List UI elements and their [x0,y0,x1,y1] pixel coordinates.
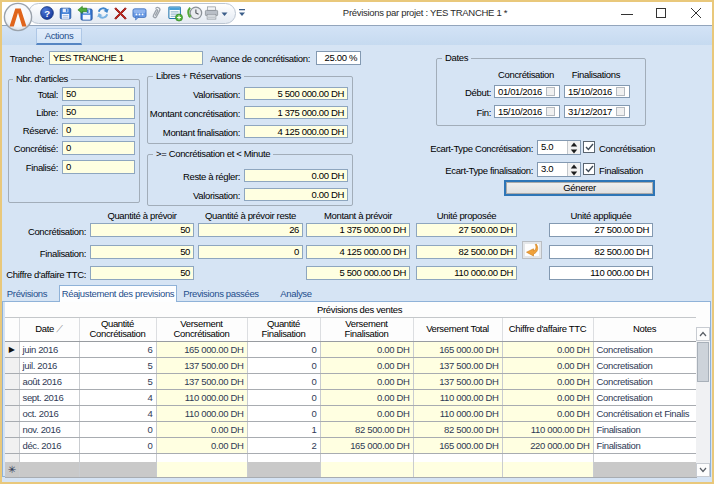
svg-text:?: ? [44,8,50,19]
